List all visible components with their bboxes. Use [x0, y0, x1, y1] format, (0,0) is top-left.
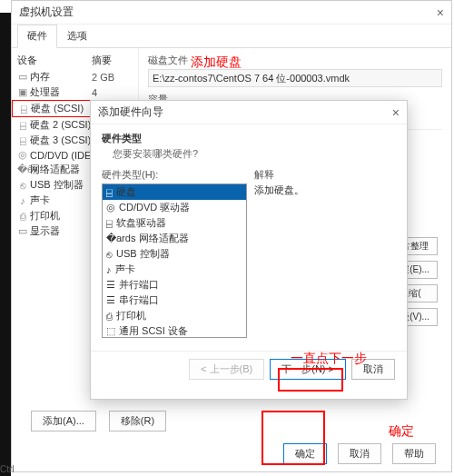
device-icon: ⌸	[17, 135, 28, 146]
remove-button[interactable]: 移除(R)	[109, 411, 166, 431]
hw-item[interactable]: ⌸硬盘	[103, 184, 246, 200]
device-name: CD/DVD (IDE	[30, 150, 92, 161]
device-icon: ⎙	[17, 211, 28, 222]
tab-options[interactable]: 选项	[57, 25, 97, 47]
hw-icon: ⎋	[106, 249, 113, 260]
back-button: < 上一步(B)	[189, 359, 264, 380]
col-summary: 摘要	[92, 54, 112, 67]
hw-icon: ☰	[106, 279, 115, 291]
device-name: 打印机	[30, 209, 92, 223]
wizard-cancel-button[interactable]: 取消	[351, 359, 395, 380]
hw-icon: ⬚	[106, 325, 115, 337]
hw-icon: ☰	[106, 294, 115, 306]
hw-name: 打印机	[116, 309, 146, 322]
hw-icon: ⌸	[106, 187, 113, 198]
hw-item[interactable]: ☰并行端口	[103, 277, 246, 293]
hw-icon: ♪	[106, 264, 112, 275]
device-value: 2 GB	[92, 72, 114, 83]
hw-name: CD/DVD 驱动器	[119, 201, 190, 214]
hw-name: 串行端口	[119, 293, 159, 307]
hardware-type-label: 硬件类型(H):	[102, 168, 247, 182]
device-row[interactable]: ▣处理器4	[12, 84, 138, 100]
wizard-title: 添加硬件向导	[98, 104, 163, 120]
hw-item[interactable]: �ards网络适配器	[103, 231, 246, 246]
status-text: Ctrl	[0, 464, 15, 474]
device-icon: ⌸	[18, 104, 29, 114]
wizard-close-icon[interactable]: ×	[392, 105, 400, 120]
device-icon: ◎	[17, 149, 28, 161]
hw-item[interactable]: ⌸软盘驱动器	[103, 215, 246, 231]
hw-icon: ◎	[106, 202, 115, 213]
titlebar: 虚拟机设置 ×	[12, 1, 451, 25]
help-button[interactable]: 帮助	[392, 443, 436, 464]
cancel-button[interactable]: 取消	[338, 443, 381, 464]
device-icon: ♪	[17, 195, 28, 206]
hw-icon: ⎙	[106, 311, 113, 322]
device-name: 内存	[30, 70, 92, 84]
disk-file-label: 磁盘文件	[148, 54, 442, 67]
add-button[interactable]: 添加(A)...	[31, 411, 96, 431]
device-name: 声卡	[30, 193, 92, 207]
hw-item[interactable]: ◎CD/DVD 驱动器	[103, 200, 246, 215]
col-device: 设备	[17, 54, 92, 67]
desc-text: 添加硬盘。	[254, 183, 396, 197]
device-name: 硬盘 2 (SCSI)	[30, 118, 92, 132]
device-name: 硬盘 (SCSI)	[31, 102, 93, 115]
device-name: USB 控制器	[30, 178, 92, 192]
device-name: 显示器	[30, 224, 92, 238]
disk-file-field[interactable]	[148, 69, 442, 87]
wizard-heading: 硬件类型	[102, 132, 396, 145]
device-name: 处理器	[30, 85, 92, 99]
window-edge	[0, 13, 11, 476]
ok-button[interactable]: 确定	[283, 443, 327, 464]
device-value: 4	[92, 87, 97, 98]
hw-name: 声卡	[115, 263, 135, 276]
hw-name: 硬盘	[116, 185, 136, 199]
window-title: 虚拟机设置	[19, 5, 74, 20]
device-row[interactable]: ▭内存2 GB	[12, 69, 138, 84]
add-hardware-wizard: 添加硬件向导 × 硬件类型 您要安装哪类硬件? 硬件类型(H): ⌸硬盘◎CD/…	[90, 100, 408, 400]
device-name: 硬盘 3 (SCSI)	[30, 134, 92, 147]
device-icon: ▭	[17, 71, 28, 83]
hw-name: 软盘驱动器	[116, 216, 166, 230]
tabs: 硬件 选项	[12, 25, 451, 48]
hw-name: 通用 SCSI 设备	[119, 324, 188, 338]
next-button[interactable]: 下一步(N) >	[270, 359, 346, 380]
tab-hardware[interactable]: 硬件	[17, 25, 57, 48]
device-name: 网络适配器	[30, 163, 92, 176]
hw-item[interactable]: ⎙打印机	[103, 308, 246, 323]
device-icon: ⌸	[17, 120, 28, 131]
hw-icon: �ards	[106, 233, 135, 244]
hw-item[interactable]: ♪声卡	[103, 262, 246, 277]
device-icon: ▭	[17, 225, 28, 237]
desc-label: 解释	[254, 168, 396, 182]
wizard-question: 您要安装哪类硬件?	[113, 147, 396, 161]
device-icon: ▣	[17, 86, 28, 98]
hw-name: USB 控制器	[116, 247, 170, 261]
hw-icon: ⌸	[106, 218, 113, 229]
close-icon[interactable]: ×	[437, 5, 444, 20]
hw-item[interactable]: ⎋USB 控制器	[103, 246, 246, 262]
device-icon: ⎋	[17, 180, 28, 191]
hardware-type-list[interactable]: ⌸硬盘◎CD/DVD 驱动器⌸软盘驱动器�ards网络适配器⎋USB 控制器♪声…	[102, 183, 247, 338]
hw-name: 并行端口	[119, 278, 159, 292]
hw-item[interactable]: ☰串行端口	[103, 293, 246, 308]
hw-item[interactable]: ⬚通用 SCSI 设备	[103, 323, 246, 338]
device-icon: �êχ	[17, 164, 28, 175]
hw-name: 网络适配器	[139, 232, 189, 245]
